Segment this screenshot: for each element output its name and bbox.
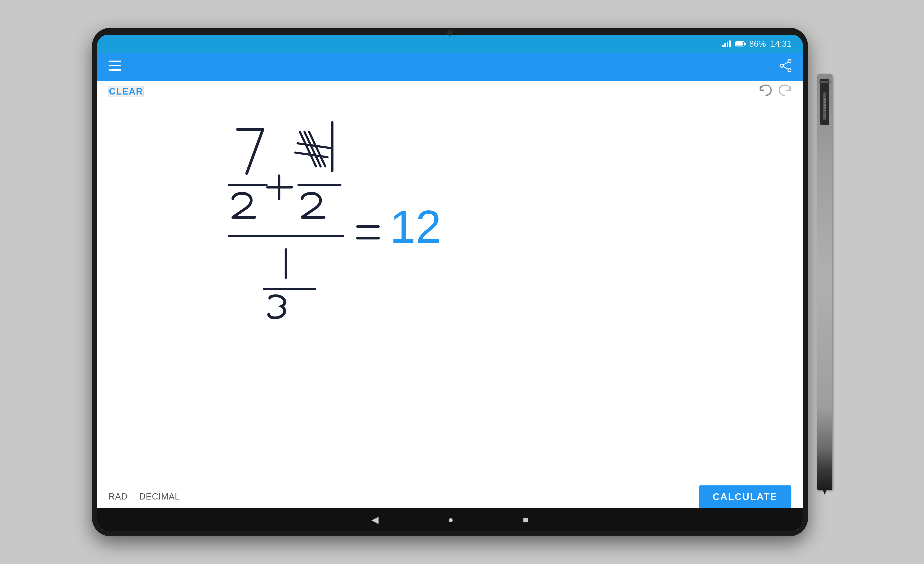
svg-line-7 — [783, 66, 788, 69]
time-display: 14:31 — [770, 39, 791, 49]
svg-rect-0 — [109, 60, 121, 62]
canvas-area[interactable]: 12 — [97, 102, 803, 485]
scene: 86% 14:31 — [92, 28, 832, 536]
status-bar-right: 86% 14:31 — [722, 39, 791, 49]
svg-rect-2 — [109, 69, 121, 71]
app-bar — [97, 53, 803, 81]
top-toolbar: CLEAR — [97, 81, 803, 102]
main-content: CLEAR — [97, 81, 803, 508]
stylus-pen: Lenovo — [817, 74, 832, 490]
battery-fill — [736, 42, 742, 45]
battery-percentage: 86% — [749, 39, 766, 49]
hamburger-menu-icon[interactable] — [109, 60, 121, 74]
recents-button[interactable]: ■ — [523, 514, 528, 525]
redo-button[interactable] — [779, 84, 791, 98]
decimal-mode-label[interactable]: DECIMAL — [139, 492, 180, 502]
tablet-screen: 86% 14:31 — [97, 35, 803, 531]
svg-line-6 — [783, 62, 788, 65]
handwritten-expression: 12 — [150, 102, 750, 333]
svg-rect-1 — [109, 65, 121, 66]
clear-button[interactable]: CLEAR — [109, 86, 144, 97]
signal-icon — [722, 41, 730, 47]
bottom-toolbar: RAD DECIMAL CALCULATE — [97, 485, 803, 508]
undo-redo-controls — [759, 84, 791, 98]
battery-body — [735, 41, 744, 47]
tablet-device: 86% 14:31 — [92, 28, 808, 536]
nav-bar: ◀ ● ■ — [97, 508, 803, 531]
undo-button[interactable] — [759, 84, 772, 98]
back-button[interactable]: ◀ — [372, 514, 379, 525]
status-bar: 86% 14:31 — [97, 35, 803, 53]
rad-mode-label[interactable]: RAD — [109, 492, 128, 502]
bottom-left-controls: RAD DECIMAL — [109, 492, 180, 502]
home-button[interactable]: ● — [448, 514, 453, 525]
calculate-button[interactable]: CALCULATE — [699, 486, 791, 508]
share-icon[interactable] — [780, 59, 791, 75]
svg-text:12: 12 — [390, 201, 441, 253]
battery-icon — [735, 41, 744, 47]
